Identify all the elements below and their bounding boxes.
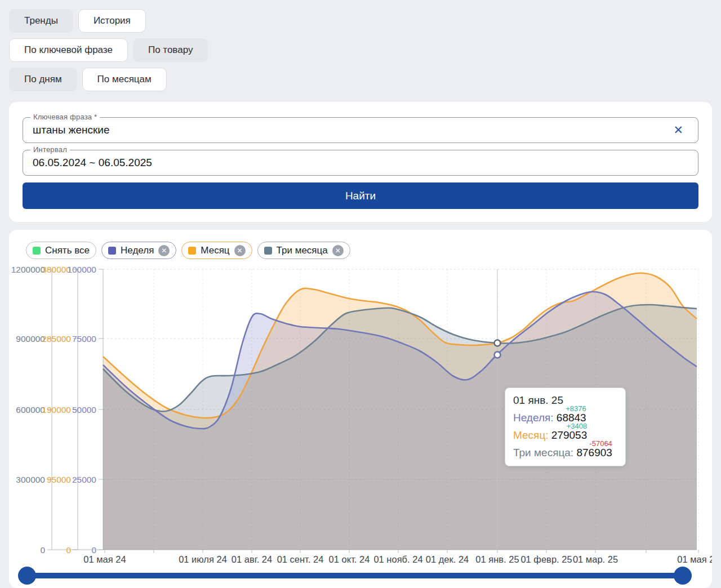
chart-tooltip: 01 янв. 25 Неделя: 68843+8376Месяц: 2790… [505, 387, 626, 466]
legend-swatch-icon [108, 247, 116, 255]
keyword-field[interactable]: Ключевая фраза * штаны женские ✕ [23, 117, 698, 143]
legend-swatch-icon [188, 247, 196, 255]
legend-chip-month[interactable]: Месяц✕ [181, 242, 252, 259]
svg-text:190000: 190000 [42, 405, 71, 415]
svg-text:95000: 95000 [47, 475, 71, 484]
svg-text:50000: 50000 [72, 405, 96, 415]
svg-text:01 июля 24: 01 июля 24 [179, 554, 227, 564]
legend-swatch-icon [33, 247, 41, 255]
legend-chip-three-months[interactable]: Три месяца✕ [257, 242, 350, 259]
svg-text:01 окт. 24: 01 окт. 24 [329, 554, 370, 564]
svg-text:01 янв. 25: 01 янв. 25 [475, 554, 519, 564]
svg-text:01 мар. 25: 01 мар. 25 [573, 554, 618, 564]
legend-chip-label: Снять все [45, 245, 90, 256]
granularity-months[interactable]: По месяцам [82, 68, 167, 91]
view-tabs-row: ТрендыИстория [9, 9, 208, 33]
interval-field[interactable]: Интервал 06.05.2024 ~ 06.05.2025 [23, 150, 698, 176]
slider-handle-right[interactable] [674, 567, 692, 585]
svg-text:600000: 600000 [16, 405, 45, 415]
slider-handle-left[interactable] [18, 567, 36, 585]
clear-keyword-icon[interactable]: ✕ [673, 118, 683, 142]
chart-card: Снять всеНеделя✕Месяц✕Три месяца✕ 120000… [9, 230, 712, 588]
legend-chip-week[interactable]: Неделя✕ [101, 242, 176, 259]
keyword-field-value[interactable]: штаны женские [33, 118, 110, 142]
legend-swatch-icon [264, 247, 272, 255]
svg-text:900000: 900000 [16, 334, 45, 344]
tab-history[interactable]: История [78, 9, 146, 33]
svg-text:25000: 25000 [72, 475, 96, 484]
svg-text:75000: 75000 [72, 334, 96, 344]
search-mode-row: По ключевой фразеПо товару [9, 38, 208, 62]
svg-text:100000: 100000 [67, 265, 96, 274]
remove-series-icon[interactable]: ✕ [332, 245, 344, 256]
svg-text:01 дек. 24: 01 дек. 24 [426, 554, 469, 564]
svg-text:1200000: 1200000 [11, 265, 46, 274]
granularity-days[interactable]: По дням [9, 68, 77, 91]
svg-text:300000: 300000 [16, 475, 45, 484]
legend: Снять всеНеделя✕Месяц✕Три месяца✕ [26, 242, 350, 259]
svg-text:01 февр. 25: 01 февр. 25 [520, 554, 572, 564]
svg-text:01 нояб. 24: 01 нояб. 24 [373, 554, 422, 564]
remove-series-icon[interactable]: ✕ [158, 245, 170, 256]
tab-trends[interactable]: Тренды [9, 9, 73, 33]
legend-chip-clear-all[interactable]: Снять все [26, 242, 96, 259]
slider-track[interactable] [27, 573, 692, 578]
legend-chip-label: Месяц [201, 245, 229, 256]
date-range-slider [9, 565, 712, 586]
filter-rows: ТрендыИсторияПо ключевой фразеПо товаруП… [9, 9, 208, 97]
granularity-row: По днямПо месяцам [9, 68, 208, 91]
legend-chip-label: Три месяца [277, 245, 328, 256]
mode-keyword-phrase[interactable]: По ключевой фразе [9, 38, 128, 62]
remove-series-icon[interactable]: ✕ [234, 245, 246, 256]
mode-product[interactable]: По товару [133, 38, 208, 62]
search-button[interactable]: Найти [23, 182, 698, 209]
svg-text:01 мая 25: 01 мая 25 [677, 554, 712, 564]
svg-text:01 мая 24: 01 мая 24 [83, 554, 126, 564]
svg-text:0: 0 [40, 545, 45, 555]
svg-text:01 сент. 24: 01 сент. 24 [277, 554, 324, 564]
legend-chip-label: Неделя [121, 245, 154, 256]
svg-text:01 авг. 24: 01 авг. 24 [232, 554, 272, 564]
search-form-card: Ключевая фраза * штаны женские ✕ Интерва… [9, 102, 712, 222]
interval-field-value[interactable]: 06.05.2024 ~ 06.05.2025 [33, 150, 152, 175]
tooltip-row: Неделя: 68843+8376 [513, 412, 617, 424]
tooltip-row: Три месяца: 876903-57064 [513, 447, 617, 459]
svg-text:285000: 285000 [42, 334, 71, 344]
